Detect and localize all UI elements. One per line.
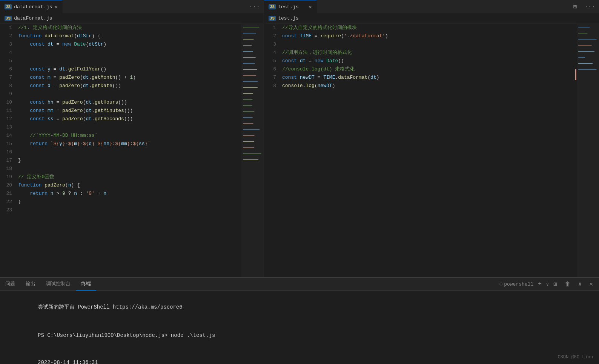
code-line-left-1: 1 //1. 定义格式化时间的方法 — [0, 24, 241, 32]
js-icon-right: JS — [269, 4, 276, 9]
line-number: 4 — [264, 49, 282, 57]
code-line-left-5: 5 — [0, 57, 241, 65]
tab-dataformat[interactable]: JS dataFormat.js ✕ — [0, 0, 63, 13]
line-number: 16 — [0, 148, 18, 156]
left-minimap — [241, 24, 264, 277]
right-code-editor[interactable]: 1 //导入自定义的格式化时间的模块 2 const TIME = requir… — [264, 24, 576, 277]
code-content: const d = padZero(dt.getDate()) — [18, 82, 241, 90]
code-content: //1. 定义格式化时间的方法 — [18, 24, 241, 32]
code-content: return `${y}-${m}-${d} ${hh}:${mm}:${ss}… — [18, 140, 241, 148]
line-number: 11 — [0, 107, 18, 115]
code-content: } — [18, 198, 241, 206]
line-number: 5 — [0, 57, 18, 65]
close-icon-left[interactable]: ✕ — [55, 4, 58, 10]
code-line-left-7: 7 const m = padZero(dt.getMonth() + 1) — [0, 73, 241, 82]
line-number: 5 — [264, 57, 282, 65]
tab-label-left: dataFormat.js — [14, 4, 52, 10]
code-line-left-23: 23 — [0, 206, 241, 214]
code-content: //导入自定义的格式化时间的模块 — [282, 24, 576, 32]
line-number: 7 — [264, 73, 282, 82]
code-content: console.log(newDT) — [282, 82, 576, 90]
split-layout-btn[interactable]: ⊞ — [570, 0, 581, 13]
line-number: 6 — [264, 65, 282, 73]
code-line-right-4: 4 //调用方法，进行时间的格式化 — [264, 49, 576, 57]
code-content: const hh = padZero(dt.getHours()) — [18, 98, 241, 107]
watermark: CSDN @GC_Lion — [558, 353, 593, 361]
line-number: 20 — [0, 181, 18, 190]
panel-tab-output[interactable]: 输出 — [20, 278, 41, 291]
code-line-right-5: 5 const dt = new Date() — [264, 57, 576, 65]
file-header-left: dataFormat.js — [14, 15, 52, 21]
code-content: const TIME = require('./dataFormat') — [282, 32, 576, 40]
split-terminal-btn[interactable]: ⊞ — [550, 280, 560, 288]
line-number: 14 — [0, 132, 18, 140]
code-content: const dt = new Date(dtStr) — [18, 40, 241, 49]
code-content: function dataFormat(dtStr) { — [18, 32, 241, 40]
panel-tab-problems[interactable]: 问题 — [0, 278, 20, 291]
code-line-left-4: 4 — [0, 49, 241, 57]
line-number: 1 — [264, 24, 282, 32]
right-minimap — [576, 24, 599, 277]
code-line-left-19: 19 // 定义补0函数 — [0, 173, 241, 181]
right-code-lines: 1 //导入自定义的格式化时间的模块 2 const TIME = requir… — [264, 24, 576, 90]
code-content: // 定义补0函数 — [18, 173, 241, 181]
code-content: //调用方法，进行时间的格式化 — [282, 49, 576, 57]
code-line-left-11: 11 const mm = padZero(dt.getMinutes()) — [0, 107, 241, 115]
code-line-left-21: 21 return n > 9 ? n : '0' + n — [0, 190, 241, 198]
tab-label-right: test.js — [278, 4, 299, 10]
code-line-left-8: 8 const d = padZero(dt.getDate()) — [0, 82, 241, 90]
code-line-right-2: 2 const TIME = require('./dataFormat') — [264, 32, 576, 40]
file-header-right: test.js — [278, 15, 299, 21]
code-content — [18, 123, 241, 132]
code-line-left-14: 14 //`YYYY-MM-DD HH:mm:ss` — [0, 132, 241, 140]
line-number: 6 — [0, 65, 18, 73]
code-line-left-12: 12 const ss = padZero(dt.getSeconds()) — [0, 115, 241, 123]
terminal-line-1: 尝试新的跨平台 PowerShell https://aka.ms/pscore… — [6, 294, 593, 321]
code-content: const newDT = TIME.dataFormat(dt) — [282, 73, 576, 82]
code-line-left-16: 16 — [0, 148, 241, 156]
bottom-panel: 问题 输出 调试控制台 终端 ⊡ powershell — [0, 277, 599, 364]
close-icon-right[interactable]: ✕ — [309, 4, 312, 10]
kill-terminal-btn[interactable]: 🗑 — [562, 281, 574, 288]
code-line-left-15: 15 return `${y}-${m}-${d} ${hh}:${mm}:${… — [0, 140, 241, 148]
line-number: 21 — [0, 190, 18, 198]
code-line-left-18: 18 — [0, 165, 241, 173]
line-number: 9 — [0, 90, 18, 98]
code-content: const y = dt.getFullYear() — [18, 65, 241, 73]
code-content — [282, 40, 576, 49]
line-number: 17 — [0, 156, 18, 165]
code-line-left-13: 13 — [0, 123, 241, 132]
tab-test[interactable]: JS test.js ✕ — [264, 0, 317, 13]
line-number: 8 — [0, 82, 18, 90]
terminal-dropdown-btn[interactable]: ∨ — [546, 281, 549, 287]
js-icon-left: JS — [5, 4, 12, 9]
code-line-right-6: 6 //console.log(dt) 未格式化 — [264, 65, 576, 73]
line-number: 23 — [0, 206, 18, 214]
close-panel-btn[interactable]: ✕ — [586, 280, 596, 288]
line-number: 1 — [0, 24, 18, 32]
add-terminal-btn[interactable]: + — [535, 281, 545, 288]
maximize-panel-btn[interactable]: ∧ — [575, 280, 585, 288]
panel-tab-debug[interactable]: 调试控制台 — [41, 278, 76, 291]
tab-menu-left[interactable]: ··· — [245, 0, 264, 13]
code-line-left-3: 3 const dt = new Date(dtStr) — [0, 40, 241, 49]
line-number: 19 — [0, 173, 18, 181]
line-number: 3 — [0, 40, 18, 49]
line-number: 18 — [0, 165, 18, 173]
terminal-content[interactable]: 尝试新的跨平台 PowerShell https://aka.ms/pscore… — [0, 291, 599, 364]
tab-menu-right[interactable]: ··· — [581, 0, 599, 13]
left-code-editor[interactable]: 1 //1. 定义格式化时间的方法 2 function dataFormat(… — [0, 24, 241, 277]
code-line-left-2: 2 function dataFormat(dtStr) { — [0, 32, 241, 40]
line-number: 4 — [0, 49, 18, 57]
line-number: 2 — [264, 32, 282, 40]
code-line-left-22: 22 } — [0, 198, 241, 206]
code-content: const m = padZero(dt.getMonth() + 1) — [18, 73, 241, 82]
panel-tab-bar: 问题 输出 调试控制台 终端 ⊡ powershell — [0, 278, 599, 291]
line-number: 2 — [0, 32, 18, 40]
code-content: } — [18, 156, 241, 165]
code-line-right-7: 7 const newDT = TIME.dataFormat(dt) — [264, 73, 576, 82]
code-content — [18, 90, 241, 98]
panel-tab-terminal[interactable]: 终端 — [76, 278, 96, 291]
code-line-right-1: 1 //导入自定义的格式化时间的模块 — [264, 24, 576, 32]
code-line-left-6: 6 const y = dt.getFullYear() — [0, 65, 241, 73]
